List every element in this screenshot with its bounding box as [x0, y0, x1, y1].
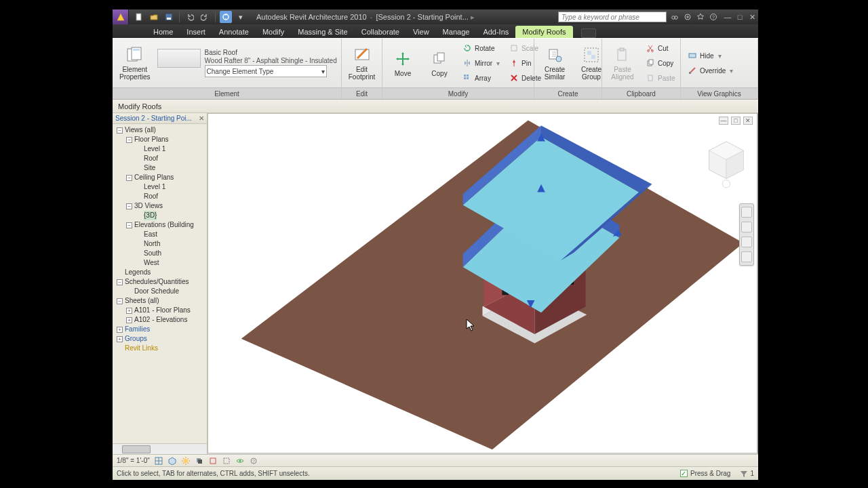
- tree-node[interactable]: −3D Views: [114, 201, 207, 211]
- tree-node[interactable]: Legends: [114, 268, 207, 277]
- tree-node[interactable]: −Sheets (all): [114, 296, 207, 306]
- expand-icon[interactable]: +: [117, 336, 123, 342]
- copy-button[interactable]: Copy: [423, 48, 456, 79]
- tab-collaborate[interactable]: Collaborate: [355, 26, 406, 38]
- tab-modify[interactable]: Modify: [256, 26, 291, 38]
- minimize-button[interactable]: —: [722, 12, 734, 22]
- app-menu-button[interactable]: [113, 9, 129, 24]
- orbit-icon[interactable]: [741, 251, 752, 262]
- project-browser-close-icon[interactable]: ✕: [199, 115, 204, 122]
- edit-footprint-button[interactable]: Edit Footprint: [346, 44, 378, 82]
- pan-icon[interactable]: [741, 222, 752, 232]
- move-button[interactable]: Move: [387, 48, 419, 79]
- collapse-icon[interactable]: −: [126, 203, 132, 209]
- project-browser-tree[interactable]: −Views (all)−Floor PlansLevel 1RoofSite−…: [113, 124, 207, 443]
- tree-node[interactable]: +Families: [114, 325, 207, 334]
- press-drag-checkbox[interactable]: ✓: [680, 470, 688, 477]
- sun-path-icon[interactable]: [181, 456, 191, 466]
- tree-node[interactable]: −Ceiling Plans: [114, 173, 207, 182]
- tree-node[interactable]: {3D}: [114, 211, 207, 220]
- collapse-icon[interactable]: −: [117, 298, 123, 304]
- steering-wheel-icon[interactable]: [741, 207, 752, 218]
- tree-node[interactable]: Level 1: [114, 182, 207, 192]
- hide-button[interactable]: Hide▾: [685, 49, 736, 62]
- collapse-icon[interactable]: −: [126, 222, 132, 228]
- tree-node[interactable]: Revit Links: [114, 344, 207, 353]
- override-button[interactable]: Override▾: [685, 64, 736, 77]
- tree-node[interactable]: −Schedules/Quantities: [114, 277, 207, 287]
- maximize-button[interactable]: □: [734, 12, 746, 22]
- tab-addins[interactable]: Add-Ins: [476, 26, 515, 38]
- tab-annotate[interactable]: Annotate: [212, 26, 256, 38]
- tree-node[interactable]: Door Schedule: [114, 287, 207, 296]
- qat-sync-icon[interactable]: [220, 11, 232, 23]
- crop-view-icon[interactable]: [208, 456, 218, 466]
- qat-dropdown-icon[interactable]: ▾: [235, 11, 247, 23]
- mirror-button[interactable]: Mirror▾: [460, 56, 502, 70]
- qat-save-icon[interactable]: [163, 11, 175, 23]
- change-element-type-dropdown[interactable]: Change Element Type▾: [205, 65, 327, 77]
- crop-region-icon[interactable]: [222, 456, 231, 466]
- cut-button[interactable]: Cut: [643, 41, 678, 55]
- shadows-icon[interactable]: [195, 456, 204, 466]
- view-close-icon[interactable]: ✕: [743, 117, 753, 125]
- clipboard-copy-button[interactable]: Copy: [643, 56, 678, 70]
- ribbon-tabs: Home Insert Annotate Modify Massing & Si…: [113, 24, 758, 38]
- tree-node[interactable]: Roof: [114, 154, 207, 163]
- tree-node[interactable]: Roof: [114, 192, 207, 201]
- selection-filter[interactable]: 1: [740, 470, 754, 478]
- svg-marker-61: [169, 458, 176, 465]
- tree-node[interactable]: −Floor Plans: [114, 135, 207, 144]
- qat-undo-icon[interactable]: [184, 11, 196, 23]
- expand-icon[interactable]: +: [126, 308, 132, 314]
- visual-style-icon[interactable]: [167, 456, 177, 466]
- view-min-icon[interactable]: —: [719, 117, 728, 125]
- tab-insert[interactable]: Insert: [180, 26, 212, 38]
- tree-node[interactable]: −Elevations (Building: [114, 220, 207, 230]
- 3d-viewport[interactable]: — □ ✕: [208, 113, 757, 453]
- tree-node[interactable]: Site: [114, 163, 207, 173]
- view-scale[interactable]: 1/8" = 1'-0": [117, 457, 150, 464]
- create-similar-button[interactable]: Create Similar: [538, 44, 571, 82]
- tree-node[interactable]: −Views (all): [114, 125, 207, 135]
- element-properties-button[interactable]: Element Properties: [117, 44, 153, 82]
- tree-node[interactable]: South: [114, 249, 207, 258]
- zoom-icon[interactable]: [741, 237, 752, 247]
- qat-open-icon[interactable]: [148, 11, 160, 23]
- collapse-icon[interactable]: −: [117, 279, 123, 285]
- tree-node[interactable]: Level 1: [114, 144, 207, 154]
- tree-node[interactable]: +Groups: [114, 334, 207, 344]
- project-browser-hscroll[interactable]: [113, 443, 207, 454]
- help-icon[interactable]: ?: [708, 12, 719, 22]
- reveal-hidden-icon[interactable]: ?: [249, 456, 258, 466]
- collapse-icon[interactable]: −: [126, 175, 132, 181]
- tree-node[interactable]: +A101 - Floor Plans: [114, 306, 207, 315]
- detail-level-icon[interactable]: [154, 456, 163, 466]
- tree-node[interactable]: West: [114, 258, 207, 268]
- tree-node[interactable]: East: [114, 230, 207, 239]
- rotate-button[interactable]: Rotate: [460, 41, 502, 55]
- infocenter-search[interactable]: Type a keyword or phrase: [558, 12, 667, 22]
- tab-extra-icon[interactable]: [581, 28, 596, 38]
- tab-manage[interactable]: Manage: [436, 26, 477, 38]
- qat-new-icon[interactable]: [133, 11, 145, 23]
- view-max-icon[interactable]: □: [731, 117, 741, 125]
- favorites-icon[interactable]: [695, 12, 706, 22]
- collapse-icon[interactable]: −: [126, 137, 132, 143]
- tree-node[interactable]: +A102 - Elevations: [114, 315, 207, 325]
- comm-center-icon[interactable]: [682, 12, 693, 22]
- array-button[interactable]: Array: [460, 71, 502, 85]
- close-button[interactable]: ✕: [746, 12, 758, 22]
- tab-modify-roofs[interactable]: Modify Roofs: [515, 26, 572, 38]
- tab-massing-site[interactable]: Massing & Site: [291, 26, 354, 38]
- qat-redo-icon[interactable]: [199, 11, 211, 23]
- viewcube[interactable]: [704, 137, 749, 190]
- hide-isolate-icon[interactable]: [235, 456, 245, 466]
- collapse-icon[interactable]: −: [117, 127, 123, 134]
- tab-home[interactable]: Home: [146, 26, 180, 38]
- binoculars-icon[interactable]: [669, 12, 680, 22]
- expand-icon[interactable]: +: [117, 327, 123, 333]
- tab-view[interactable]: View: [406, 26, 436, 38]
- expand-icon[interactable]: +: [126, 317, 132, 323]
- tree-node[interactable]: North: [114, 239, 207, 249]
